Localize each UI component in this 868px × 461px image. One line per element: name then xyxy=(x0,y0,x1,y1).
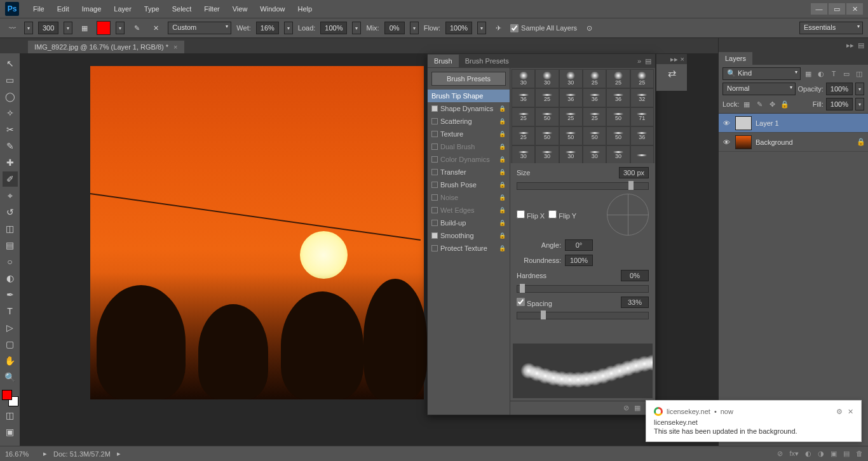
brush-presets-dock-icon[interactable]: ⇄ xyxy=(656,64,687,82)
tool-clone[interactable]: ⌖ xyxy=(3,188,18,203)
layer-row[interactable]: 👁Background🔒 xyxy=(719,133,868,152)
tool-pen[interactable]: ✒ xyxy=(3,287,18,302)
brush-presets-button[interactable]: Brush Presets xyxy=(431,72,506,86)
flow-field[interactable]: 100% xyxy=(445,22,472,34)
mix-drop[interactable]: ▾ xyxy=(410,22,419,34)
workspace-select[interactable]: Essentials xyxy=(799,22,863,34)
hardness-value[interactable]: 0% xyxy=(621,270,649,281)
brush-tip-cell[interactable]: 30 xyxy=(559,69,583,88)
layer-name[interactable]: Background xyxy=(756,138,793,146)
toast-settings-icon[interactable]: ⚙ xyxy=(836,408,843,416)
brush-tip-cell[interactable]: 30 xyxy=(583,145,606,163)
tool-brush[interactable]: ✐ xyxy=(3,171,18,187)
brush-picker-dropdown[interactable]: ▾ xyxy=(64,22,72,34)
brush-tip-cell[interactable]: 25 xyxy=(559,107,583,126)
wet-brush-icon[interactable]: ✎ xyxy=(130,21,144,35)
size-value[interactable]: 300 px xyxy=(619,167,649,178)
menu-filter[interactable]: Filter xyxy=(198,3,226,15)
foreground-swatch[interactable] xyxy=(97,21,111,35)
brush-tip-cell[interactable]: 50 xyxy=(583,126,606,145)
collapse-icon[interactable]: ▸▸ xyxy=(670,55,678,63)
tool-quick-select[interactable]: ✧ xyxy=(3,105,18,121)
brush-tip-cell[interactable]: 50 xyxy=(606,126,630,145)
add-mask-icon[interactable]: ◐ xyxy=(805,450,811,458)
brush-tip-cell[interactable]: 25 xyxy=(535,88,559,107)
brush-tip-cell[interactable]: 25 xyxy=(512,107,535,126)
tool-dodge[interactable]: ◐ xyxy=(3,271,18,286)
brush-size-field[interactable]: 300 xyxy=(38,22,58,34)
brush-tip-cell[interactable]: 32 xyxy=(630,88,654,107)
brush-setting-noise[interactable]: Noise🔒 xyxy=(428,191,510,204)
blend-mode-select[interactable]: Normal xyxy=(722,83,796,95)
layer-thumbnail[interactable] xyxy=(735,116,752,130)
tablet-pressure-icon[interactable]: ⊙ xyxy=(582,21,596,35)
lock-all-icon[interactable]: 🔒 xyxy=(780,99,790,109)
zoom-drop-icon[interactable]: ▸ xyxy=(43,450,47,458)
toggle-preview-icon[interactable]: ⊘ xyxy=(623,404,629,412)
sample-all-checkbox[interactable]: Sample All Layers xyxy=(510,24,577,32)
angle-value[interactable]: 0° xyxy=(565,239,593,251)
tool-lasso[interactable]: ◯ xyxy=(3,89,18,104)
brush-tip-cell[interactable]: 36 xyxy=(512,88,535,107)
layer-row[interactable]: 👁Layer 1 xyxy=(719,114,868,133)
maximize-button[interactable]: ▭ xyxy=(829,3,845,15)
doc-size-drop-icon[interactable]: ▸ xyxy=(117,450,121,458)
brush-tip-cell[interactable]: 50 xyxy=(606,107,630,126)
brush-tip-cell[interactable]: 36 xyxy=(606,88,630,107)
tab-brush-presets[interactable]: Brush Presets xyxy=(459,55,515,67)
tool-rectangle[interactable]: ▢ xyxy=(3,337,18,352)
brush-setting-shape-dynamics[interactable]: Shape Dynamics🔒 xyxy=(428,102,510,115)
filter-smart-icon[interactable]: ◫ xyxy=(854,69,864,79)
brush-setting-dual-brush[interactable]: Dual Brush🔒 xyxy=(428,140,510,153)
menu-window[interactable]: Window xyxy=(254,3,291,15)
tool-zoom[interactable]: 🔍 xyxy=(3,370,18,385)
lock-position-icon[interactable]: ✥ xyxy=(767,99,777,109)
filter-pixel-icon[interactable]: ▦ xyxy=(803,69,813,79)
spacing-checkbox[interactable]: Spacing xyxy=(517,298,617,307)
mix-field[interactable]: 0% xyxy=(384,22,405,34)
brush-tip-cell[interactable]: 50 xyxy=(535,126,559,145)
opacity-drop[interactable]: ▾ xyxy=(855,83,864,95)
brush-setting-build-up[interactable]: Build-up🔒 xyxy=(428,217,510,229)
quickmask-icon[interactable]: ◫ xyxy=(3,408,18,423)
tool-hand[interactable]: ✋ xyxy=(3,353,18,368)
color-fg-bg[interactable] xyxy=(2,390,18,406)
flip-x-checkbox[interactable]: Flip X xyxy=(517,210,545,220)
visibility-icon[interactable]: 👁 xyxy=(721,119,731,127)
load-drop[interactable]: ▾ xyxy=(352,22,361,34)
brush-panel-toggle-icon[interactable]: ▦ xyxy=(78,21,92,35)
tool-move[interactable]: ↖ xyxy=(3,56,18,71)
layer-name[interactable]: Layer 1 xyxy=(756,119,779,127)
brush-tip-cell[interactable]: 30 xyxy=(512,69,535,88)
expand-icon[interactable]: » xyxy=(637,57,641,65)
panel-menu-icon[interactable]: ▤ xyxy=(858,41,864,50)
tool-gradient[interactable]: ▤ xyxy=(3,237,18,253)
menu-layer[interactable]: Layer xyxy=(107,3,138,15)
brush-tip-cell[interactable]: 71 xyxy=(630,107,654,126)
filter-shape-icon[interactable]: ▭ xyxy=(841,69,851,79)
flip-y-checkbox[interactable]: Flip Y xyxy=(548,210,576,220)
clean-brush-icon[interactable]: ✕ xyxy=(149,21,163,35)
link-layers-icon[interactable]: ⊘ xyxy=(777,450,783,458)
brush-tip-cell[interactable]: 36 xyxy=(583,88,606,107)
new-group-icon[interactable]: ▣ xyxy=(831,450,837,458)
tool-history[interactable]: ↺ xyxy=(3,204,18,220)
new-adjustment-icon[interactable]: ◑ xyxy=(818,450,824,458)
brush-tip-cell[interactable]: 36 xyxy=(559,88,583,107)
visibility-icon[interactable]: 👁 xyxy=(721,138,731,146)
swatch-dropdown[interactable]: ▾ xyxy=(116,22,125,34)
spacing-slider[interactable] xyxy=(517,312,649,319)
menu-help[interactable]: Help xyxy=(291,3,318,15)
brush-tip-cell[interactable] xyxy=(630,145,654,163)
toast-close-icon[interactable]: ✕ xyxy=(848,408,853,416)
zoom-level[interactable]: 16.67% xyxy=(5,450,37,458)
layer-filter-kind[interactable]: 🔍 Kind xyxy=(722,67,801,80)
size-slider[interactable] xyxy=(517,182,649,190)
airbrush-icon[interactable]: ✈ xyxy=(491,21,505,35)
brush-tip-cell[interactable]: 30 xyxy=(559,145,583,163)
brush-tip-cell[interactable]: 50 xyxy=(559,126,583,145)
tool-preset-dropdown[interactable]: ▾ xyxy=(24,22,33,34)
tool-path-select[interactable]: ▷ xyxy=(3,320,18,335)
lock-transparent-icon[interactable]: ▦ xyxy=(742,99,752,109)
menu-select[interactable]: Select xyxy=(166,3,198,15)
